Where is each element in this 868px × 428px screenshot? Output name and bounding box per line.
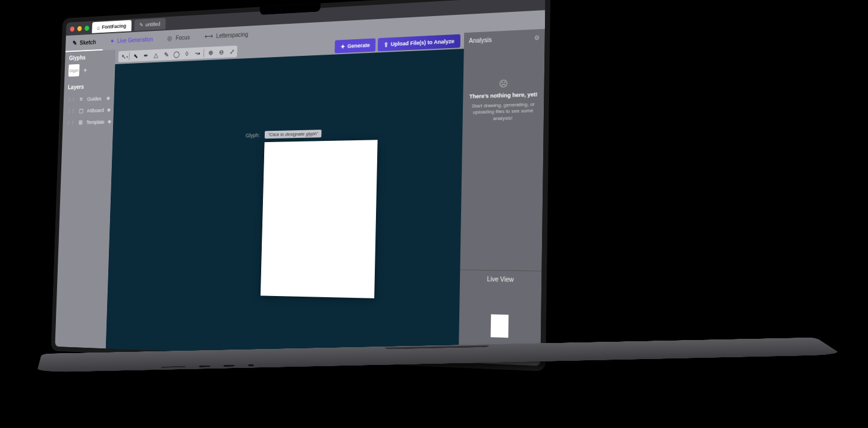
direct-cursor-icon: ⬉: [133, 52, 138, 60]
home-icon: ⌂: [97, 24, 100, 30]
path-tool[interactable]: ↝: [192, 47, 203, 59]
shape-tool[interactable]: △: [151, 49, 161, 61]
pencil-icon: ✎: [164, 51, 168, 58]
usb-c-port: [223, 365, 234, 367]
mode-label: Letterspacing: [216, 31, 248, 39]
tab-label: untitled: [145, 21, 160, 28]
analysis-empty-state: ☹ There's nothing here, yet! Start drawi…: [460, 46, 544, 270]
plus-icon: ＋: [82, 65, 88, 74]
window-controls: [70, 26, 89, 32]
glyph-designate-chip[interactable]: "Click to designate glyph": [265, 130, 322, 139]
mode-label: Focus: [176, 34, 190, 41]
empty-body: Start drawing, generating, or uploading …: [469, 101, 538, 122]
pen-nib-icon: ✒: [143, 52, 148, 59]
visibility-toggle-icon[interactable]: ◉: [108, 119, 111, 124]
vent-slot: [161, 366, 186, 368]
direct-select-tool[interactable]: ⬉: [130, 50, 141, 62]
workspace: Glyphs Glyph ＋ Layers ⋮⋮ ≡ Guides: [55, 29, 545, 366]
artboard[interactable]: [261, 140, 378, 298]
ellipse-tool[interactable]: ◯: [171, 48, 182, 60]
layer-label: Template: [86, 119, 105, 125]
liveview-title: Live View: [460, 270, 542, 288]
audio-jack: [247, 364, 254, 366]
target-icon: ◎: [167, 34, 173, 42]
usb-c-port: [199, 366, 210, 367]
layer-label: Guides: [87, 96, 101, 102]
add-glyph-button[interactable]: ＋: [81, 65, 89, 74]
circle-icon: ◯: [173, 51, 180, 58]
zoom-out-tool[interactable]: ⊖: [215, 46, 226, 58]
app-window: ⌂ FontFacing ✎ untitled ✎ Sketch ✦ Live …: [55, 0, 545, 366]
mode-label: Sketch: [80, 39, 96, 46]
template-icon: ⊞: [77, 119, 83, 125]
close-window-button[interactable]: [70, 26, 75, 32]
path-icon: ↝: [195, 49, 200, 57]
mode-label: Live Generation: [117, 36, 153, 43]
pen-tool[interactable]: ✒: [140, 50, 151, 62]
pencil-icon: ✎: [73, 39, 77, 46]
empty-title: There's nothing here, yet!: [469, 92, 538, 100]
zoom-in-icon: ⊕: [208, 49, 213, 56]
guides-icon: ≡: [79, 96, 84, 102]
button-label: Upload File(s) to Analyze: [391, 38, 455, 47]
left-sidebar: Glyphs Glyph ＋ Layers ⋮⋮ ≡ Guides: [55, 50, 115, 349]
artboard-icon: ▢: [78, 108, 84, 114]
mode-sketch[interactable]: ✎ Sketch: [65, 34, 103, 52]
generate-button[interactable]: ✦ Generate: [335, 38, 376, 53]
expand-icon: ⤢: [229, 48, 234, 55]
button-label: Generate: [347, 42, 370, 49]
sparkles-icon: ✦: [109, 37, 114, 45]
drag-handle-icon[interactable]: ⋮⋮: [67, 109, 75, 113]
laptop-ports: [161, 364, 255, 369]
analysis-title: Analysis: [469, 36, 492, 44]
fit-screen-tool[interactable]: ⤢: [226, 46, 237, 58]
tab-fontfacing[interactable]: ⌂ FontFacing: [92, 20, 131, 33]
layer-label: Artboard: [87, 107, 104, 113]
upload-icon: ⇪: [384, 41, 388, 48]
separator: [203, 49, 204, 56]
tab-untitled[interactable]: ✎ untitled: [134, 18, 165, 31]
minimize-window-button[interactable]: [77, 26, 82, 31]
chevron-down-icon[interactable]: ▾: [126, 54, 128, 58]
glyph-field-label: Glyph:: [246, 133, 260, 139]
triangle-icon: △: [153, 51, 158, 59]
mode-focus[interactable]: ◎ Focus: [160, 29, 198, 48]
separator: [129, 52, 130, 60]
drag-handle-icon[interactable]: ⋮⋮: [68, 97, 76, 101]
canvas[interactable]: Glyph: "Click to designate glyph": [106, 49, 464, 363]
drag-handle-icon[interactable]: ⋮⋮: [67, 121, 74, 124]
pencil-icon: ✎: [139, 22, 143, 28]
gear-icon[interactable]: ⚙: [534, 34, 540, 41]
spacing-icon: ⟷: [205, 32, 214, 40]
cursor-icon: ↖: [121, 53, 126, 61]
polygon-tool[interactable]: ◊: [181, 48, 192, 59]
zoom-out-icon: ⊖: [218, 48, 223, 56]
visibility-toggle-icon[interactable]: ◉: [106, 96, 110, 101]
canvas-column: ↖ ▾ ⬉ ✒ △ ✎ ◯ ◊ ↝ ⊕ ⊖: [106, 33, 464, 363]
visibility-toggle-icon[interactable]: ◉: [107, 107, 111, 112]
layer-item-artboard[interactable]: ⋮⋮ ▢ Artboard ◉: [63, 104, 114, 117]
liveview-thumbnail[interactable]: [491, 314, 509, 338]
pencil-tool[interactable]: ✎: [161, 49, 171, 61]
glyph-thumbnail[interactable]: Glyph: [68, 64, 80, 77]
zoom-in-tool[interactable]: ⊕: [205, 46, 216, 58]
right-panel: Analysis ⚙ ☹ There's nothing here, yet! …: [459, 29, 545, 366]
layer-item-template[interactable]: ⋮⋮ ⊞ Template ◉: [62, 115, 113, 128]
layers-heading: Layers: [64, 79, 114, 94]
maximize-window-button[interactable]: [84, 26, 89, 31]
laptop-screen: ⌂ FontFacing ✎ untitled ✎ Sketch ✦ Live …: [51, 0, 551, 372]
sad-face-icon: ☹: [499, 78, 508, 89]
tab-label: FontFacing: [102, 23, 126, 30]
upload-button[interactable]: ⇪ Upload File(s) to Analyze: [378, 34, 460, 52]
sparkles-icon: ✦: [340, 43, 345, 49]
polygon-icon: ◊: [186, 50, 189, 57]
